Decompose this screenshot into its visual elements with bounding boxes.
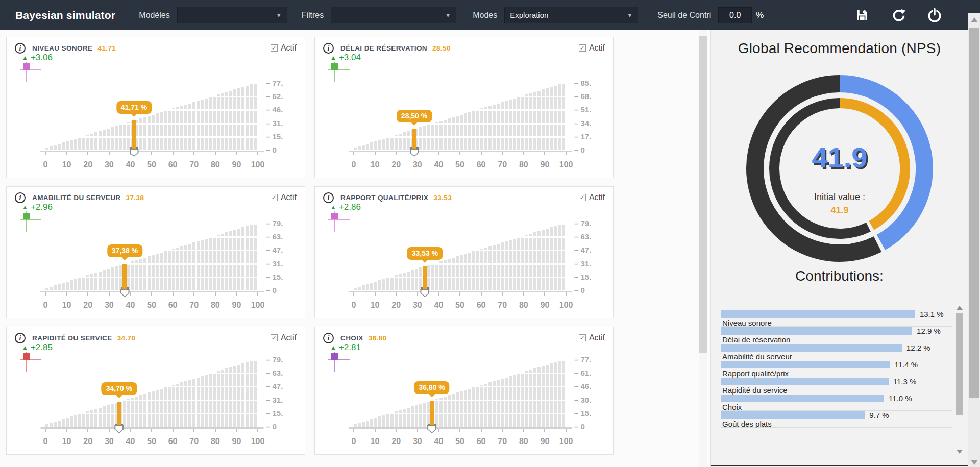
y-axis-label: – 68. xyxy=(574,92,591,101)
active-checkbox[interactable]: ✓ xyxy=(271,334,278,341)
gridline xyxy=(45,83,258,84)
info-icon[interactable]: i xyxy=(15,192,26,203)
slider-handle[interactable] xyxy=(410,149,419,157)
slider-handle[interactable] xyxy=(114,425,124,433)
scroll-down-icon[interactable] xyxy=(971,460,978,465)
active-toggle[interactable]: ✓Actif xyxy=(271,193,297,202)
active-checkbox[interactable]: ✓ xyxy=(271,44,278,52)
x-axis-tick xyxy=(130,429,131,432)
ramp-bar xyxy=(197,378,200,427)
slider-track[interactable] xyxy=(349,427,572,429)
info-icon[interactable]: i xyxy=(323,192,334,203)
contributions-scrollbar-thumb[interactable] xyxy=(956,313,963,415)
ramp-bar xyxy=(111,267,114,290)
contribution-label: Rapidité du service xyxy=(722,386,788,395)
ramp-bar xyxy=(107,129,110,150)
active-toggle[interactable]: ✓Actif xyxy=(579,333,605,342)
contributions-scrollbar[interactable] xyxy=(955,306,964,454)
slider-value-bar[interactable] xyxy=(430,401,434,427)
info-icon[interactable]: i xyxy=(323,43,334,54)
contribution-row: 11.0 %Choix xyxy=(721,394,952,411)
contribution-label: Amabilité du serveur xyxy=(722,352,792,361)
models-dropdown[interactable]: ▼ xyxy=(177,7,287,23)
x-axis-tick xyxy=(353,429,354,432)
y-axis-label: – 63. xyxy=(266,368,283,377)
marker-square[interactable] xyxy=(23,63,30,70)
ramp-bar xyxy=(456,256,459,290)
slider-value-bar[interactable] xyxy=(412,129,416,150)
slider-track[interactable] xyxy=(349,291,572,292)
ramp-bar xyxy=(484,248,487,290)
x-axis-label: 70 xyxy=(184,301,204,310)
x-axis-tick xyxy=(257,152,258,155)
scroll-down-icon[interactable] xyxy=(957,450,963,454)
ramp-bar xyxy=(488,246,492,290)
x-axis-label: 10 xyxy=(365,301,385,310)
active-checkbox[interactable]: ✓ xyxy=(579,194,586,201)
nps-value: 41.9 xyxy=(745,141,935,174)
x-axis-label: 20 xyxy=(386,437,406,446)
slider-tooltip: 36,80 % xyxy=(414,381,449,394)
threshold-input[interactable]: 0.0 xyxy=(718,7,752,23)
scroll-up-icon[interactable] xyxy=(957,306,963,310)
info-icon[interactable]: i xyxy=(15,43,26,54)
slider-value-bar[interactable] xyxy=(122,264,127,290)
info-icon[interactable]: i xyxy=(15,333,26,343)
ramp-bar xyxy=(452,258,455,290)
panel-value: 41.71 xyxy=(97,44,116,52)
ramp-bar xyxy=(472,251,475,290)
x-axis-label: 90 xyxy=(534,301,555,310)
slider-track[interactable] xyxy=(349,151,572,152)
active-toggle[interactable]: ✓Actif xyxy=(271,333,297,342)
ramp-bar xyxy=(378,280,381,290)
active-toggle[interactable]: ✓Actif xyxy=(579,193,605,202)
marker-square[interactable] xyxy=(331,63,338,70)
slider-handle[interactable] xyxy=(427,425,436,433)
scroll-up-icon[interactable] xyxy=(971,17,978,22)
slider-value-bar[interactable] xyxy=(117,402,121,427)
active-checkbox[interactable]: ✓ xyxy=(271,194,278,201)
x-axis-label: 0 xyxy=(344,437,364,446)
slider-value-bar[interactable] xyxy=(423,266,427,290)
slider-track[interactable] xyxy=(40,151,264,152)
marker-square[interactable] xyxy=(331,213,338,219)
active-checkbox[interactable]: ✓ xyxy=(579,44,586,52)
refresh-button[interactable] xyxy=(890,7,908,24)
slider-chart: 0102030405060708090100– 77.– 62.– 46.– 3… xyxy=(7,80,305,174)
contribution-value: 11.3 % xyxy=(893,377,917,386)
ramp-bar xyxy=(160,389,163,427)
ramp-bar xyxy=(439,261,443,290)
x-axis-tick xyxy=(523,429,524,432)
slider-value-bar[interactable] xyxy=(132,120,136,150)
modes-dropdown[interactable]: Exploration ▼ xyxy=(504,7,638,23)
ramp-bar xyxy=(54,285,57,290)
active-toggle[interactable]: ✓Actif xyxy=(579,43,605,53)
slider-handle[interactable] xyxy=(130,149,139,157)
save-button[interactable] xyxy=(853,7,871,24)
slider-track[interactable] xyxy=(40,427,264,429)
ramp-bar xyxy=(250,361,253,427)
active-checkbox[interactable]: ✓ xyxy=(579,334,586,341)
y-axis-label: – 77. xyxy=(266,79,283,87)
page-scrollbar-thumb[interactable] xyxy=(969,28,979,398)
ramp-bar xyxy=(476,386,479,427)
ramp-bar xyxy=(460,115,463,150)
slider-track[interactable] xyxy=(40,291,264,292)
power-button[interactable] xyxy=(926,7,943,24)
distribution-plot xyxy=(45,360,258,427)
slider-handle[interactable] xyxy=(120,289,130,297)
panels-scrollbar-thumb[interactable] xyxy=(699,36,707,353)
slider-handle[interactable] xyxy=(420,289,429,297)
ramp-bar xyxy=(533,92,536,150)
ramp-bar xyxy=(78,414,81,427)
gridline xyxy=(354,250,566,251)
ramp-bar xyxy=(111,404,114,427)
filters-dropdown[interactable]: ▼ xyxy=(331,7,456,23)
info-icon[interactable]: i xyxy=(323,333,334,343)
ramp-bar xyxy=(197,241,200,290)
gridline xyxy=(354,386,566,387)
active-toggle[interactable]: ✓Actif xyxy=(271,43,297,53)
page-scrollbar[interactable] xyxy=(968,13,980,467)
panels-scrollbar[interactable] xyxy=(699,30,707,467)
marker-square[interactable] xyxy=(23,213,30,219)
